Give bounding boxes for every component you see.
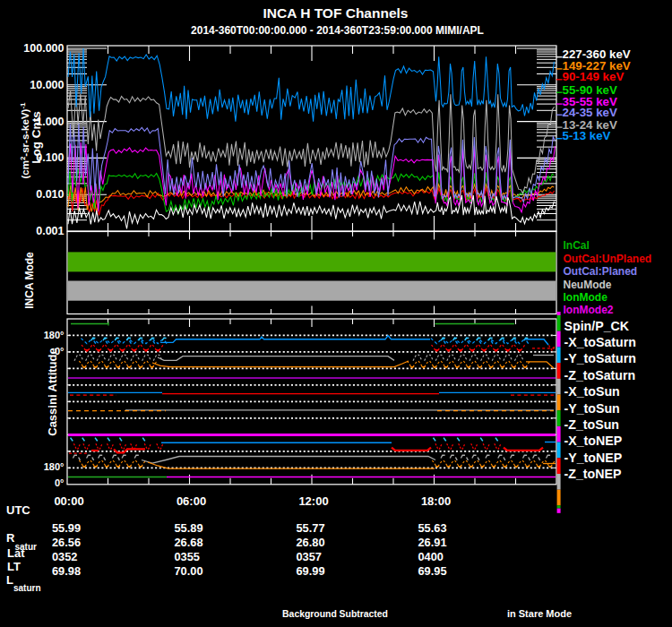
svg-text:InCal: InCal [564, 239, 590, 252]
svg-text:-Y_toSun: -Y_toSun [564, 401, 620, 416]
svg-text:0352: 0352 [52, 550, 77, 563]
svg-text:180°: 180° [44, 461, 65, 472]
svg-text:55.89: 55.89 [175, 521, 203, 535]
svg-text:L: L [6, 573, 13, 587]
svg-text:Background Subtracted: Background Subtracted [282, 609, 388, 619]
svg-text:90-149 keV: 90-149 keV [563, 70, 625, 83]
svg-text:06:00: 06:00 [177, 494, 206, 508]
svg-text:OutCal:UnPlaned: OutCal:UnPlaned [564, 253, 652, 265]
svg-text:00:00: 00:00 [54, 494, 83, 508]
svg-text:-Z_toNEP: -Z_toNEP [564, 467, 622, 481]
svg-text:55.99: 55.99 [52, 521, 81, 535]
svg-text:26.68: 26.68 [175, 536, 203, 549]
svg-text:100.000: 100.000 [23, 42, 64, 55]
svg-text:saturn: saturn [13, 583, 41, 593]
svg-text:-Z_toSaturn: -Z_toSaturn [564, 368, 636, 382]
svg-text:-Z_toSun: -Z_toSun [564, 417, 619, 432]
svg-text:12:00: 12:00 [298, 494, 328, 508]
svg-text:LT: LT [7, 560, 21, 573]
svg-text:26.56: 26.56 [52, 536, 81, 549]
svg-text:0.010: 0.010 [36, 188, 64, 201]
svg-text:55.77: 55.77 [297, 521, 325, 535]
svg-text:-Y_toSaturn: -Y_toSaturn [564, 351, 636, 365]
svg-text:-X_toNEP: -X_toNEP [564, 434, 623, 448]
svg-text:-Y_toNEP: -Y_toNEP [564, 451, 623, 465]
svg-text:Lat: Lat [7, 546, 25, 560]
svg-text:in Stare Mode: in Stare Mode [507, 608, 572, 619]
svg-text:Spin/P_CK: Spin/P_CK [564, 319, 630, 333]
svg-text:IonMode2: IonMode2 [564, 304, 614, 316]
svg-text:R: R [6, 531, 15, 545]
svg-text:Log Cnts: Log Cnts [30, 111, 43, 164]
svg-text:180°: 180° [44, 330, 65, 340]
svg-text:0.001: 0.001 [36, 225, 64, 237]
svg-text:Cassini Attitude: Cassini Attitude [46, 348, 59, 435]
svg-text:UTC: UTC [6, 503, 30, 517]
svg-text:24-35 keV: 24-35 keV [563, 106, 617, 119]
svg-text:5-13 keV: 5-13 keV [563, 129, 611, 142]
svg-text:26.80: 26.80 [297, 536, 325, 549]
svg-text:0400: 0400 [418, 550, 444, 563]
svg-text:55.63: 55.63 [418, 521, 447, 535]
svg-text:70.00: 70.00 [175, 564, 203, 578]
svg-text:IonMode: IonMode [564, 291, 608, 304]
svg-text:-X_toSun: -X_toSun [564, 384, 620, 399]
svg-text:NeuMode: NeuMode [564, 279, 612, 291]
svg-text:26.91: 26.91 [418, 536, 447, 549]
svg-text:0°: 0° [55, 477, 65, 488]
svg-text:18:00: 18:00 [421, 494, 451, 508]
svg-text:-X_toSaturn: -X_toSaturn [564, 335, 636, 349]
svg-text:69.99: 69.99 [297, 564, 325, 578]
svg-text:INCA H TOF Channels: INCA H TOF Channels [263, 5, 409, 21]
svg-text:69.95: 69.95 [418, 564, 447, 578]
svg-text:0357: 0357 [297, 550, 322, 563]
svg-text:INCA Mode: INCA Mode [23, 252, 36, 309]
svg-text:0°: 0° [55, 346, 65, 356]
svg-text:10.000: 10.000 [30, 79, 64, 91]
svg-text:2014-360T00:00:00.000 - 2014-3: 2014-360T00:00:00.000 - 2014-360T23:59:0… [191, 24, 484, 37]
svg-text:OutCal:Planed: OutCal:Planed [564, 265, 638, 278]
svg-text:0355: 0355 [175, 550, 200, 563]
svg-text:(cm2-sr-s-keV)-1: (cm2-sr-s-keV)-1 [19, 102, 30, 179]
svg-text:69.98: 69.98 [52, 564, 81, 578]
